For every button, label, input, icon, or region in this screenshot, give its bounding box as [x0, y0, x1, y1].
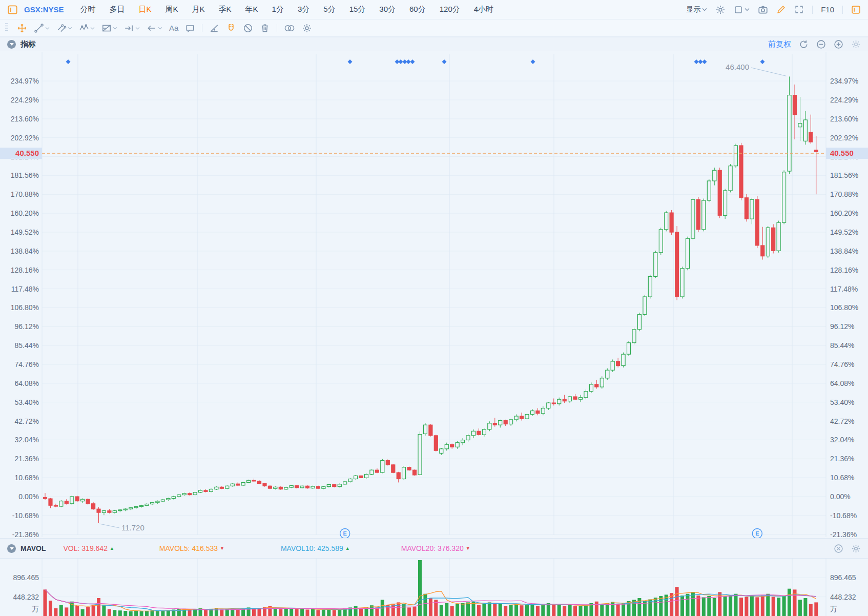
svg-text:85.44%: 85.44%	[15, 341, 39, 350]
toolbar-divider	[202, 24, 202, 32]
svg-text:138.84%: 138.84%	[11, 247, 39, 255]
svg-text:149.52%: 149.52%	[830, 228, 858, 236]
hide-drawings-tool-icon[interactable]	[243, 23, 253, 33]
tab-period-3[interactable]: 日K	[139, 5, 152, 14]
priceline-tool-icon[interactable]	[124, 23, 140, 33]
earnings-marker[interactable]: E	[340, 529, 350, 539]
forward-adjust-link[interactable]: 前复权	[768, 39, 791, 49]
svg-text:181.56%: 181.56%	[830, 171, 858, 179]
mavol-legend-mavol5: MAVOL5: 416.533▼	[159, 544, 224, 552]
svg-text:106.80%: 106.80%	[11, 303, 39, 312]
comment-tool-icon[interactable]	[185, 23, 195, 33]
tab-period-13[interactable]: 60分	[409, 5, 426, 14]
svg-text:160.20%: 160.20%	[830, 209, 858, 217]
svg-text:181.56%: 181.56%	[11, 171, 39, 179]
tab-period-2[interactable]: 多日	[110, 5, 125, 14]
symbol-label[interactable]: GSX:NYSE	[24, 5, 64, 14]
drawing-toolbar: Aa	[0, 19, 868, 37]
svg-text:74.76%: 74.76%	[15, 360, 39, 368]
zoom-out-icon[interactable]	[816, 39, 826, 49]
screenshot-camera-icon[interactable]	[758, 5, 768, 15]
grid-lines	[42, 52, 826, 537]
svg-text:E: E	[343, 530, 347, 537]
svg-text:74.76%: 74.76%	[830, 360, 854, 368]
svg-text:96.12%: 96.12%	[830, 322, 854, 331]
tab-period-1[interactable]: 分时	[80, 5, 96, 14]
toolbar-divider	[277, 24, 277, 32]
tab-period-5[interactable]: 月K	[192, 5, 205, 14]
channel-tool-icon[interactable]	[56, 23, 72, 33]
toolbar-grip-icon[interactable]	[4, 22, 9, 34]
tab-period-6[interactable]: 季K	[219, 5, 232, 14]
svg-text:149.52%: 149.52%	[11, 228, 39, 236]
display-dropdown[interactable]: 显示	[686, 5, 707, 14]
svg-text:106.80%: 106.80%	[830, 303, 858, 312]
tab-period-10[interactable]: 5分	[323, 5, 335, 14]
toolbar-divider	[812, 6, 813, 14]
svg-text:32.04%: 32.04%	[830, 436, 854, 444]
earnings-marker[interactable]: E	[752, 529, 762, 539]
svg-text:10.68%: 10.68%	[15, 474, 39, 482]
volume-chart[interactable]: 896.465896.465448.232448.232万万	[0, 559, 868, 616]
period-tabs: 分时多日日K周K月K季K年K1分3分5分15分30分60分120分4小时	[80, 5, 494, 14]
compare-tool-icon[interactable]	[284, 23, 295, 33]
tab-period-12[interactable]: 30分	[379, 5, 396, 14]
zoom-in-icon[interactable]	[834, 39, 843, 49]
draw-pencil-icon[interactable]	[776, 5, 786, 14]
current-price-tag: 40.550	[0, 148, 42, 159]
arrow-left-tool-icon[interactable]	[147, 23, 162, 33]
svg-text:-10.68%: -10.68%	[12, 511, 39, 520]
indicator-settings-icon[interactable]	[851, 39, 861, 49]
chart-style-dropdown[interactable]	[734, 5, 750, 14]
tab-period-11[interactable]: 15分	[349, 5, 366, 14]
svg-text:0.00%: 0.00%	[18, 492, 39, 501]
svg-text:202.92%: 202.92%	[830, 134, 858, 142]
tab-period-15[interactable]: 4小时	[474, 5, 493, 14]
mavol-legend-vol: VOL: 319.642▲	[64, 544, 114, 552]
toolbar-divider	[842, 6, 843, 14]
reset-zoom-icon[interactable]	[799, 39, 809, 49]
svg-text:64.08%: 64.08%	[15, 379, 39, 387]
tab-period-9[interactable]: 3分	[298, 5, 309, 14]
fibonacci-tool-icon[interactable]	[101, 23, 117, 33]
svg-text:-21.36%: -21.36%	[12, 530, 39, 538]
svg-text:128.16%: 128.16%	[830, 266, 858, 274]
delete-tool-icon[interactable]	[260, 23, 270, 33]
collapse-indicator-button[interactable]	[7, 40, 16, 49]
volume-bars	[44, 560, 818, 616]
svg-text:896.465: 896.465	[830, 573, 856, 582]
magnet-tool-icon[interactable]	[226, 23, 236, 33]
text-tool-icon[interactable]: Aa	[169, 24, 178, 32]
svg-text:160.20%: 160.20%	[11, 209, 39, 217]
svg-text:21.36%: 21.36%	[15, 455, 39, 463]
draw-settings-tool-icon[interactable]	[302, 23, 312, 33]
collapse-mavol-button[interactable]	[7, 544, 16, 553]
low-price-label: 11.720	[121, 523, 144, 532]
svg-text:896.465: 896.465	[13, 573, 39, 582]
tab-period-8[interactable]: 1分	[272, 5, 284, 14]
svg-text:128.16%: 128.16%	[11, 266, 39, 274]
indicator-title: 指标	[20, 39, 36, 49]
f10-button[interactable]: F10	[821, 5, 834, 14]
tab-period-4[interactable]: 周K	[166, 5, 178, 14]
tab-period-7[interactable]: 年K	[245, 5, 258, 14]
candlestick-chart[interactable]: 234.97%234.97%224.29%224.29%213.60%213.6…	[0, 51, 868, 538]
layout-panel-icon[interactable]	[7, 4, 18, 15]
wave-tool-icon[interactable]	[79, 23, 95, 33]
svg-text:448.232: 448.232	[13, 593, 39, 601]
close-mavol-icon[interactable]	[834, 544, 843, 553]
svg-text:117.48%: 117.48%	[11, 285, 39, 293]
mavol-legend-mavol10: MAVOL10: 425.589▲	[281, 544, 350, 552]
angle-tool-icon[interactable]	[209, 23, 219, 33]
settings-gear-icon[interactable]	[715, 5, 726, 15]
event-diamond-markers[interactable]	[66, 59, 765, 64]
mavol-legend: VOL: 319.642▲MAVOL5: 416.533▼MAVOL10: 42…	[46, 544, 470, 552]
move-tool-icon[interactable]	[17, 23, 27, 33]
tab-period-14[interactable]: 120分	[440, 5, 460, 14]
trendline-tool-icon[interactable]	[34, 23, 50, 33]
panel-toggle-icon[interactable]	[851, 5, 861, 15]
mavol-settings-icon[interactable]	[851, 544, 861, 553]
topbar-right-tools: 显示F10	[686, 5, 861, 15]
mavol-title: MAVOL	[20, 544, 46, 552]
fullscreen-icon[interactable]	[794, 5, 804, 14]
